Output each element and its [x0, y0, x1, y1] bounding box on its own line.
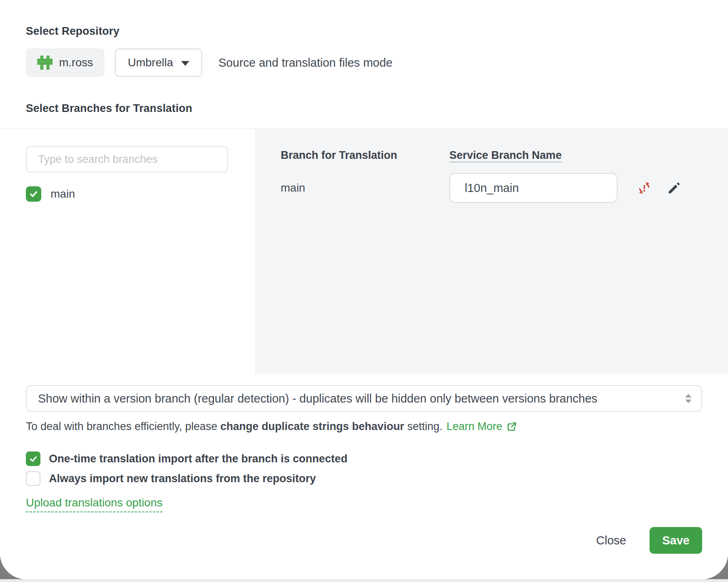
import-options-group: One-time translation import after the br…	[26, 451, 702, 486]
sync-problem-icon	[637, 181, 652, 195]
one-time-import-label: One-time translation import after the br…	[49, 453, 347, 465]
service-branch-cell	[449, 173, 702, 203]
always-import-option[interactable]: Always import new translations from the …	[26, 471, 316, 486]
account-chip-label: m.ross	[59, 56, 93, 69]
repository-select-value: Umbrella	[128, 56, 173, 69]
save-button[interactable]: Save	[650, 527, 702, 554]
repository-section: Select Repository m.ross	[0, 0, 728, 129]
always-import-checkbox-unchecked[interactable]	[26, 471, 40, 486]
one-time-import-option[interactable]: One-time translation import after the br…	[26, 451, 347, 466]
checkmark-icon	[29, 189, 38, 199]
hint-text-suffix: setting.	[404, 420, 442, 433]
files-mode-label: Source and translation files mode	[218, 56, 392, 70]
account-chip[interactable]: m.ross	[26, 48, 104, 77]
identicon-avatar-icon	[37, 55, 53, 70]
close-button[interactable]: Close	[596, 534, 626, 547]
learn-more-link[interactable]: Learn More	[447, 420, 517, 433]
service-branch-name-input[interactable]	[449, 173, 618, 203]
options-section: Show within a version branch (regular de…	[0, 374, 728, 579]
repository-row: m.ross Umbrella Source and translation f…	[26, 48, 702, 77]
column-service-branch-name[interactable]: Service Branch Name	[449, 149, 562, 162]
always-import-label: Always import new translations from the …	[49, 472, 316, 485]
hint-text-prefix: To deal with branches efficiently, pleas…	[26, 420, 220, 433]
one-time-import-checkbox-checked[interactable]	[26, 451, 40, 466]
branch-checkbox-checked[interactable]	[26, 186, 41, 202]
hint-text-bold: change duplicate strings behaviour	[220, 420, 404, 433]
external-link-icon	[506, 421, 517, 432]
edit-service-branch-button[interactable]	[667, 181, 681, 195]
pencil-icon	[667, 181, 681, 195]
service-branch-pane: Branch for Translation Service Branch Na…	[255, 129, 728, 374]
upload-translations-options-link[interactable]: Upload translations options	[26, 496, 163, 512]
branch-list-item[interactable]: main	[26, 186, 75, 202]
duplicates-behaviour-select[interactable]: Show within a version branch (regular de…	[26, 385, 702, 412]
duplicates-hint: To deal with branches efficiently, pleas…	[26, 420, 702, 433]
learn-more-label: Learn More	[447, 420, 502, 433]
branch-list-pane: main	[0, 129, 255, 374]
branch-item-label: main	[51, 188, 75, 200]
select-branches-title: Select Branches for Translation	[26, 102, 702, 115]
chevron-down-icon	[181, 61, 189, 66]
integration-settings-modal: Select Repository m.ross	[0, 0, 728, 579]
service-branch-row: main	[281, 173, 702, 203]
branch-search-input[interactable]	[26, 146, 228, 173]
service-row-branch-label: main	[281, 181, 449, 194]
column-branch-for-translation: Branch for Translation	[281, 149, 449, 162]
select-repository-title: Select Repository	[26, 25, 702, 38]
branches-split-panel: main Branch for Translation Service Bran…	[0, 129, 728, 374]
repository-select[interactable]: Umbrella	[115, 48, 202, 77]
checkmark-icon	[29, 454, 38, 464]
duplicates-behaviour-value: Show within a version branch (regular de…	[38, 392, 597, 405]
service-branch-table-header: Branch for Translation Service Branch Na…	[281, 149, 702, 162]
modal-footer: Close Save	[26, 527, 702, 554]
select-updown-icon	[685, 394, 692, 403]
